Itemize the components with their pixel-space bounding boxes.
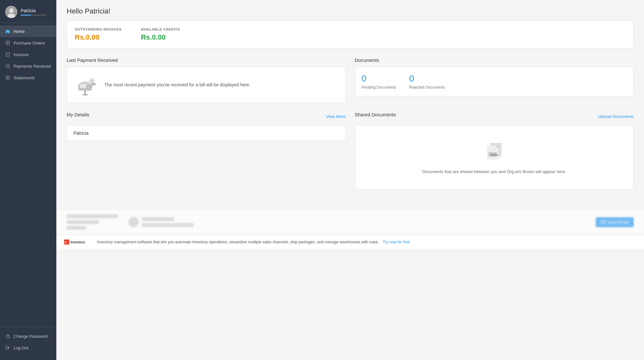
sidebar-item-purchase-orders-label: Purchase Orders <box>14 41 45 45</box>
user-profile-section: Patricia <box>0 0 56 23</box>
svg-point-30 <box>91 80 93 82</box>
try-now-link[interactable]: Try now for free <box>383 240 410 244</box>
sidebar-item-invoices-label: Invoices <box>14 52 29 57</box>
svg-rect-7 <box>6 53 9 56</box>
payments-icon: $ <box>5 63 10 69</box>
send-email-label: Send Email <box>607 220 629 225</box>
summary-card: OUTSTANDING INVOICES Rs.0.00 AVAILABLE C… <box>67 21 634 48</box>
sidebar-item-payments-received[interactable]: $ Payments Received <box>0 60 56 72</box>
details-card: Patricia <box>67 125 346 141</box>
blurred-line-5 <box>142 223 194 227</box>
footer-banner: Z Inventory Inventory management softwar… <box>56 235 644 249</box>
sidebar: Patricia Home Purchase Orders <box>0 0 56 360</box>
footer-logo: Z Inventory <box>64 238 93 246</box>
sidebar-item-home-label: Home <box>14 29 25 34</box>
purchase-orders-icon <box>5 40 10 45</box>
blurred-text-2 <box>142 217 194 227</box>
sidebar-item-purchase-orders[interactable]: Purchase Orders <box>0 37 56 49</box>
blurred-line-3 <box>67 226 86 230</box>
logout-icon <box>5 345 10 350</box>
two-col-row-1: Last Payment Received <box>67 57 634 103</box>
sidebar-log-out-label: Log Out <box>14 345 28 350</box>
home-icon <box>5 29 10 34</box>
main-content: Hello Patricia! OUTSTANDING INVOICES Rs.… <box>56 0 644 360</box>
main-header: Hello Patricia! <box>56 0 644 21</box>
statements-icon <box>5 75 10 80</box>
shared-documents-section: Shared Documents Upload Documents <box>355 112 634 190</box>
send-email-button[interactable]: Send Email <box>596 217 634 227</box>
last-payment-empty-text: The most recent payment you've received … <box>104 82 251 88</box>
sidebar-item-home[interactable]: Home <box>0 25 56 37</box>
user-progress-bar <box>21 15 46 16</box>
pending-documents: 0 Pending Documents <box>362 73 396 90</box>
blurred-contact <box>128 217 194 227</box>
invoices-icon <box>5 52 10 57</box>
available-credits-label: AVAILABLE CREDITS <box>141 27 180 31</box>
svg-rect-16 <box>6 336 9 338</box>
rejected-documents: 0 Rejected Documents <box>409 73 445 90</box>
pending-label: Pending Documents <box>362 85 396 90</box>
pending-count: 0 <box>362 73 396 84</box>
rejected-label: Rejected Documents <box>409 85 445 90</box>
details-name: Patricia <box>73 131 89 136</box>
sidebar-nav: Home Purchase Orders Invoices $ Payments… <box>0 23 56 327</box>
documents-title: Documents <box>355 57 634 63</box>
sidebar-item-invoices[interactable]: Invoices <box>0 49 56 60</box>
documents-card: 0 Pending Documents 0 Rejected Documents <box>355 67 634 96</box>
upload-documents-link[interactable]: Upload Documents <box>598 114 634 119</box>
svg-rect-26 <box>80 84 86 88</box>
shared-docs-header: Shared Documents Upload Documents <box>355 112 634 121</box>
user-progress-fill <box>21 15 31 16</box>
outstanding-invoices-label: OUTSTANDING INVOICES <box>75 27 121 31</box>
svg-rect-23 <box>82 94 88 95</box>
outstanding-invoices-value: Rs.0.00 <box>75 33 121 42</box>
two-col-row-2: My Details View More Patricia Shared Doc… <box>67 112 634 190</box>
last-payment-title: Last Payment Received <box>67 57 346 63</box>
svg-point-1 <box>9 8 14 13</box>
blurred-line-4 <box>142 217 174 221</box>
page-title: Hello Patricia! <box>67 7 634 15</box>
lock-icon <box>5 334 10 339</box>
svg-point-9 <box>7 55 7 55</box>
available-credits: AVAILABLE CREDITS Rs.0.00 <box>141 27 180 42</box>
shared-docs-card: DOCS Documents that are shared between y… <box>355 125 634 190</box>
svg-text:Z: Z <box>65 241 67 244</box>
blurred-section: Send Email <box>56 209 644 235</box>
blurred-line-1 <box>67 214 118 218</box>
last-payment-card: The most recent payment you've received … <box>67 67 346 103</box>
svg-rect-25 <box>92 83 96 85</box>
available-credits-value: Rs.0.00 <box>141 33 180 42</box>
shared-docs-empty-text: Documents that are shared between you an… <box>422 169 566 175</box>
outstanding-invoices: OUTSTANDING INVOICES Rs.0.00 <box>75 27 121 42</box>
mailbox-icon <box>73 73 99 96</box>
avatar <box>5 6 17 18</box>
sidebar-change-password-label: Change Password <box>14 334 48 339</box>
blurred-line-2 <box>67 220 99 224</box>
my-details-title: My Details <box>67 112 89 117</box>
shared-docs-empty-icon: DOCS <box>481 140 507 163</box>
svg-text:$: $ <box>7 65 9 67</box>
svg-rect-22 <box>84 90 86 95</box>
main-content-area: OUTSTANDING INVOICES Rs.0.00 AVAILABLE C… <box>56 21 644 209</box>
footer-banner-text: Inventory management software that lets … <box>97 240 379 244</box>
svg-text:Inventory: Inventory <box>71 240 85 244</box>
svg-text:DOCS: DOCS <box>491 153 498 156</box>
details-header: My Details View More <box>67 112 346 121</box>
sidebar-item-change-password[interactable]: Change Password <box>0 330 56 342</box>
blurred-avatar <box>128 217 139 227</box>
last-payment-section: Last Payment Received <box>67 57 346 103</box>
documents-section: Documents 0 Pending Documents 0 Rejected… <box>355 57 634 103</box>
sidebar-item-statements-label: Statements <box>14 75 35 80</box>
user-info: Patricia <box>21 8 46 16</box>
sidebar-item-log-out[interactable]: Log Out <box>0 342 56 354</box>
my-details-section: My Details View More Patricia <box>67 112 346 190</box>
sidebar-bottom: Change Password Log Out <box>0 327 56 360</box>
sidebar-item-payments-label: Payments Received <box>14 64 51 69</box>
user-name: Patricia <box>21 8 46 13</box>
view-more-link[interactable]: View More <box>326 114 346 119</box>
sidebar-item-statements[interactable]: Statements <box>0 72 56 83</box>
shared-docs-title: Shared Documents <box>355 112 396 117</box>
rejected-count: 0 <box>409 73 445 84</box>
blurred-text-1 <box>67 214 118 230</box>
